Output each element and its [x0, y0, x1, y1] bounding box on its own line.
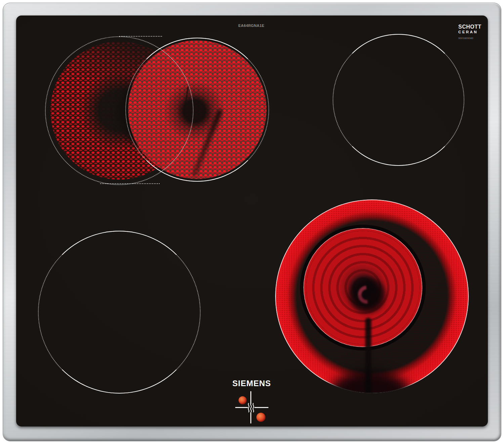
cross-line-top: [250, 391, 251, 404]
front-left-solid-arcs: [38, 231, 201, 394]
cross-line-bottom: [250, 412, 251, 423]
hot-indicator-dot-rear-left: [239, 396, 247, 404]
schott-logo-line1: SCHOTT: [458, 24, 488, 30]
ceramic-glass-surface: EA64RGNA1E SCHOTT CERAN 9001609080 SIEME…: [16, 15, 488, 427]
hob-product-photo: EA64RGNA1E SCHOTT CERAN 9001609080 SIEME…: [0, 0, 504, 444]
rear-left-extension-outline-bottom: [100, 183, 161, 184]
schott-logo-code: 9001609080: [458, 37, 488, 40]
hot-indicator-dot-front-right: [256, 413, 265, 422]
schott-logo-line2: CERAN: [458, 30, 488, 34]
cross-line-left: [235, 407, 248, 408]
residual-heat-icon: [247, 403, 255, 413]
cooking-zone-front-right: [275, 199, 469, 393]
rear-left-extension-outline-top: [119, 36, 162, 37]
siemens-logo: SIEMENS: [210, 379, 294, 388]
model-code-label: EA64RGNA1E: [201, 24, 302, 28]
schott-ceran-logo: SCHOTT CERAN 9001609080: [458, 24, 488, 39]
rear-left-inner-solid-arcs: [125, 38, 269, 182]
rear-right-solid-arcs: [333, 34, 464, 166]
cross-line-right: [254, 407, 268, 408]
